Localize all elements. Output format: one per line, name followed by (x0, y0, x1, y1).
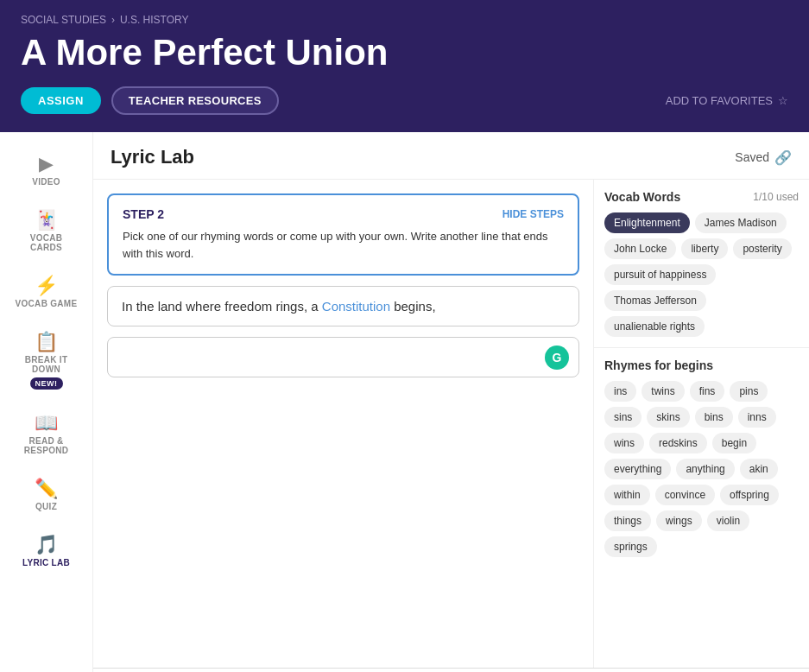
sidebar-item-lyric-lab[interactable]: 🎵 LYRIC LAB (8, 527, 85, 576)
rhyme-tag-wins[interactable]: wins (604, 433, 644, 453)
rhyme-tag-akin[interactable]: akin (740, 459, 778, 479)
rhyme-tag-anything[interactable]: anything (676, 459, 734, 479)
vocab-tag-pursuit-of-happiness[interactable]: pursuit of happiness (604, 264, 716, 285)
video-icon: ▶ (39, 155, 54, 174)
new-badge: NEW! (30, 377, 63, 390)
left-panel: STEP 2 HIDE STEPS Pick one of our rhymin… (93, 180, 593, 668)
rhyme-tag-springs[interactable]: springs (604, 536, 657, 557)
sidebar-label-video: VIDEO (32, 177, 60, 187)
lyric-input-wrapper: G (107, 337, 579, 377)
sidebar-label-break-it-down: BREAK IT DOWN (15, 355, 79, 374)
teacher-resources-button[interactable]: TEACHER RESOURCES (111, 86, 279, 115)
sidebar-label-vocab-game: VOCAB GAME (16, 299, 78, 308)
rhyme-tag-violin[interactable]: violin (707, 510, 749, 531)
main-layout: ▶ VIDEO 🃏 VOCAB CARDS ⚡ VOCAB GAME 📋 BRE… (0, 132, 809, 672)
rhyme-tag-redskins[interactable]: redskins (649, 433, 707, 453)
vocab-section: Vocab Words 1/10 used Enlightenment Jame… (594, 180, 809, 347)
sidebar-label-lyric-lab: LYRIC LAB (22, 558, 70, 567)
rhyme-tag-things[interactable]: things (604, 510, 651, 531)
sidebar-item-quiz[interactable]: ✏️ QUIZ (8, 471, 85, 520)
rhyme-tag-skins[interactable]: skins (647, 407, 689, 428)
step-header: STEP 2 HIDE STEPS (123, 207, 564, 221)
rhyme-tag-within[interactable]: within (604, 485, 650, 505)
star-icon: ☆ (778, 94, 788, 107)
lyric-line-text: In the land where freedom rings, a (122, 299, 322, 314)
lyric-lab-header: Lyric Lab Saved 🔗 (93, 132, 809, 180)
vocab-tag-liberty[interactable]: liberty (681, 238, 728, 259)
break-it-down-icon: 📋 (35, 333, 58, 352)
step-description: Pick one of our rhyming words or come up… (123, 228, 564, 262)
header-actions: ASSIGN TEACHER RESOURCES ADD TO FAVORITE… (21, 86, 788, 115)
vocab-tag-unalienable-rights[interactable]: unalienable rights (604, 316, 705, 337)
lyric-line-display: In the land where freedom rings, a Const… (107, 286, 579, 326)
quiz-icon: ✏️ (35, 479, 58, 498)
right-panel: Vocab Words 1/10 used Enlightenment Jame… (593, 180, 809, 668)
sidebar: ▶ VIDEO 🃏 VOCAB CARDS ⚡ VOCAB GAME 📋 BRE… (0, 132, 93, 672)
vocab-tag-thomas-jefferson[interactable]: Thomas Jefferson (604, 290, 706, 311)
saved-badge: Saved 🔗 (735, 149, 792, 166)
rhyme-tag-twins[interactable]: twins (642, 381, 684, 402)
sidebar-label-read-respond: READ & RESPOND (15, 436, 79, 455)
vocab-tag-james-madison[interactable]: James Madison (695, 212, 787, 233)
vocab-game-icon: ⚡ (35, 276, 58, 295)
vocab-title: Vocab Words (604, 190, 680, 204)
vocab-tag-posterity[interactable]: posterity (733, 238, 791, 259)
breadcrumb-part2: U.S. HISTORY (120, 14, 189, 26)
rhymes-tags: ins twins fins pins sins skins bins inns… (604, 381, 799, 557)
rhyme-tag-ins[interactable]: ins (604, 381, 636, 402)
rhyme-tag-everything[interactable]: everything (604, 459, 671, 479)
external-link-icon[interactable]: 🔗 (774, 149, 792, 166)
assign-button[interactable]: ASSIGN (21, 87, 101, 114)
rhyme-tag-sins[interactable]: sins (604, 407, 642, 428)
grammarly-icon: G (545, 346, 569, 370)
saved-label: Saved (735, 150, 769, 164)
lyric-lab-icon: 🎵 (35, 536, 58, 555)
vocab-tag-enlightenment[interactable]: Enlightenment (604, 212, 690, 233)
read-respond-icon: 📖 (35, 414, 58, 433)
hide-steps-button[interactable]: HIDE STEPS (502, 208, 564, 220)
vocab-header: Vocab Words 1/10 used (604, 190, 799, 204)
rhymes-title: Rhymes for begins (604, 358, 799, 372)
sidebar-item-vocab-cards[interactable]: 🃏 VOCAB CARDS (8, 202, 85, 261)
lyric-lab-title: Lyric Lab (111, 146, 194, 168)
sidebar-item-read-respond[interactable]: 📖 READ & RESPOND (8, 405, 85, 464)
sidebar-item-vocab-game[interactable]: ⚡ VOCAB GAME (8, 268, 85, 317)
breadcrumb-sep: › (111, 14, 115, 26)
sidebar-item-video[interactable]: ▶ VIDEO (8, 146, 85, 195)
vocab-tags: Enlightenment James Madison John Locke l… (604, 212, 799, 337)
page-header: SOCIAL STUDIES › U.S. HISTORY A More Per… (0, 0, 809, 132)
page-title: A More Perfect Union (21, 33, 788, 73)
sidebar-item-break-it-down[interactable]: 📋 BREAK IT DOWN NEW! (8, 324, 85, 398)
rhyme-tag-bins[interactable]: bins (695, 407, 733, 428)
header-left-buttons: ASSIGN TEACHER RESOURCES (21, 86, 279, 115)
vocab-cards-icon: 🃏 (35, 211, 58, 230)
rhyme-tag-begin[interactable]: begin (712, 433, 756, 453)
rhyme-tag-pins[interactable]: pins (730, 381, 768, 402)
add-to-favorites-button[interactable]: ADD TO FAVORITES ☆ (666, 94, 788, 107)
lyric-line-end: begins, (390, 299, 436, 314)
rhyme-tag-inns[interactable]: inns (738, 407, 776, 428)
lyric-input[interactable] (107, 337, 579, 377)
step-number: STEP 2 (123, 207, 164, 221)
sidebar-label-vocab-cards: VOCAB CARDS (15, 233, 79, 252)
rhyme-tag-offspring[interactable]: offspring (720, 485, 779, 505)
step-box: STEP 2 HIDE STEPS Pick one of our rhymin… (107, 193, 579, 276)
lyric-highlight: Constitution (322, 299, 390, 314)
breadcrumb-part1: SOCIAL STUDIES (21, 14, 106, 26)
favorites-label: ADD TO FAVORITES (666, 94, 773, 107)
rhyme-tag-convince[interactable]: convince (655, 485, 715, 505)
content-area: Lyric Lab Saved 🔗 STEP 2 HIDE STEPS Pick… (93, 132, 809, 672)
lyric-lab-body: STEP 2 HIDE STEPS Pick one of our rhymin… (93, 180, 809, 668)
vocab-used: 1/10 used (753, 191, 799, 203)
rhymes-section: Rhymes for begins ins twins fins pins si… (594, 347, 809, 668)
rhyme-tag-wings[interactable]: wings (656, 510, 702, 531)
breadcrumb: SOCIAL STUDIES › U.S. HISTORY (21, 14, 788, 26)
bottom-bar: Choose a beat 360 ▾ ▶ ⏮ ⏭ 🔄 (93, 668, 809, 672)
rhyme-tag-fins[interactable]: fins (690, 381, 725, 402)
sidebar-label-quiz: QUIZ (35, 502, 57, 511)
vocab-tag-john-locke[interactable]: John Locke (604, 238, 676, 259)
